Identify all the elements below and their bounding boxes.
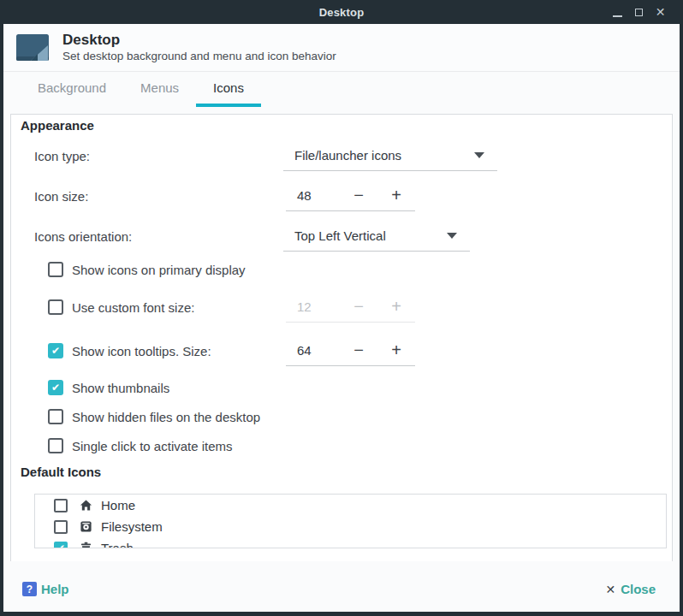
window-title: Desktop [319,6,365,19]
show-thumbnails-row: ✔ Show thumbnails [11,379,672,395]
header-texts: Desktop Set desktop background and menu … [62,31,336,64]
close-icon: ✕ [656,6,666,18]
icons-orientation-dropdown[interactable]: Top Left Vertical [283,220,470,252]
appearance-heading: Appearance [21,118,94,133]
default-icons-list: ✔ Home ✔ [34,494,667,548]
window-controls: ✕ [607,0,671,24]
tooltip-size-increment-button[interactable]: + [377,341,415,358]
check-icon: ✔ [56,543,65,549]
icons-orientation-value: Top Left Vertical [294,228,386,243]
icon-size-increment-button[interactable]: + [377,187,415,204]
list-item-home[interactable]: ✔ Home [35,495,666,516]
single-click-checkbox[interactable]: ✔ [48,438,63,453]
tooltip-size-input[interactable]: 64 [286,343,340,358]
maximize-icon [635,9,643,16]
desktop-settings-window: Desktop ✕ Des [0,0,683,616]
icons-orientation-label: Icons orientation: [34,228,132,243]
home-label: Home [101,498,135,512]
help-button-label: Help [41,582,69,596]
single-click-row: ✔ Single click to activate items [11,437,672,453]
home-icon [79,499,92,512]
custom-font-size-decrement-button: − [340,298,377,315]
check-icon: ✔ [51,382,60,393]
maximize-button[interactable] [628,2,650,22]
trash-checkbox[interactable]: ✔ [54,542,68,549]
tab-menus[interactable]: Menus [123,72,196,107]
custom-font-size-row: ✔ Use custom font size: 12 − + [11,291,672,323]
icon-tooltips-label: Show icon tooltips. Size: [72,343,211,358]
help-icon: ? [22,582,37,596]
tab-background-label: Background [38,80,106,95]
tab-icons-label: Icons [213,80,244,95]
icon-type-row: Icon type: File/launcher icons [11,139,672,171]
custom-font-size-input: 12 [286,299,340,314]
custom-font-size-increment-button: + [377,298,415,315]
minimize-icon [613,15,622,17]
tab-background[interactable]: Background [21,72,123,107]
filesystem-label: Filesystem [101,519,163,534]
close-x-icon: ✕ [605,583,615,595]
page-title: Desktop [62,31,336,49]
show-thumbnails-checkbox[interactable]: ✔ [48,380,63,395]
icons-orientation-row: Icons orientation: Top Left Vertical [11,220,672,252]
dialog-header: Desktop Set desktop background and menu … [3,24,680,72]
show-thumbnails-label: Show thumbnails [72,380,169,394]
show-hidden-files-label: Show hidden files on the desktop [72,409,260,424]
filesystem-checkbox[interactable]: ✔ [54,520,68,534]
tooltip-size-decrement-button[interactable]: − [340,341,377,358]
icon-size-input[interactable]: 48 [286,188,340,203]
show-hidden-files-checkbox[interactable]: ✔ [48,409,63,424]
trash-icon [79,542,92,549]
default-icons-heading: Default Icons [21,465,101,479]
tab-menus-label: Menus [140,80,179,95]
dialog-footer: ? Help ✕ Close [3,561,680,612]
help-button[interactable]: ? Help [22,582,69,596]
show-hidden-files-row: ✔ Show hidden files on the desktop [11,408,672,424]
trash-label: Trash [101,541,134,548]
icon-size-label: Icon size: [34,188,88,203]
home-checkbox[interactable]: ✔ [54,499,68,512]
icon-size-row: Icon size: 48 − + [11,180,672,211]
close-dialog-button[interactable]: ✕ Close [605,582,656,596]
custom-font-size-checkbox[interactable]: ✔ [48,299,63,315]
titlebar: Desktop ✕ [3,0,680,24]
single-click-label: Single click to activate items [72,438,233,453]
show-icons-primary-row: ✔ Show icons on primary display [11,261,672,277]
page-subtitle: Set desktop background and menu and icon… [62,49,336,64]
tab-bar: Background Menus Icons [3,72,680,107]
icon-type-dropdown[interactable]: File/launcher icons [283,139,497,171]
icon-size-spinner: 48 − + [286,180,415,211]
list-item-filesystem[interactable]: ✔ Filesystem [35,516,666,537]
show-icons-primary-checkbox[interactable]: ✔ [48,262,63,277]
icon-size-decrement-button[interactable]: − [340,187,377,204]
close-button-label: Close [621,582,656,596]
icon-type-label: Icon type: [34,148,90,163]
tab-content-frame: Appearance Icon type: File/launcher icon… [10,114,673,563]
icon-tooltips-row: ✔ Show icon tooltips. Size: 64 − + [11,335,672,366]
filesystem-icon [79,520,92,534]
icon-tooltips-checkbox[interactable]: ✔ [48,343,63,358]
chevron-down-icon [474,152,484,158]
minimize-button[interactable] [607,2,628,22]
tab-icons[interactable]: Icons [196,72,261,107]
check-icon: ✔ [51,346,60,356]
custom-font-size-label: Use custom font size: [72,299,194,314]
tooltip-size-spinner: 64 − + [286,335,415,366]
custom-font-size-spinner: 12 − + [286,291,415,323]
chevron-down-icon [447,233,457,239]
desktop-app-icon [15,33,50,62]
icon-type-value: File/launcher icons [294,148,401,163]
list-item-trash[interactable]: ✔ Trash [35,537,666,548]
window-close-button[interactable]: ✕ [650,2,671,22]
show-icons-primary-label: Show icons on primary display [72,262,246,276]
dialog-body: Desktop Set desktop background and menu … [3,24,680,612]
